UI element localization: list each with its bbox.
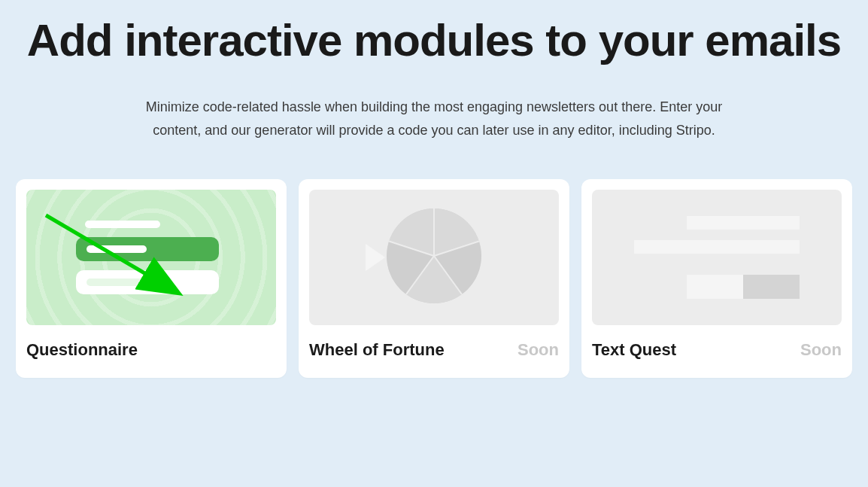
module-cards: Questionnaire	[15, 179, 853, 378]
card-questionnaire[interactable]: Questionnaire	[16, 179, 287, 378]
card-text-quest[interactable]: Text Quest Soon	[581, 179, 852, 378]
text-quest-preview-icon	[592, 190, 842, 325]
page-title: Add interactive modules to your emails	[15, 15, 853, 65]
questionnaire-preview-icon	[26, 190, 276, 325]
card-badge-wheel: Soon	[517, 340, 559, 360]
wheel-preview-icon	[309, 190, 559, 325]
card-badge-text-quest: Soon	[800, 340, 842, 360]
card-title-questionnaire: Questionnaire	[26, 340, 138, 360]
card-wheel-of-fortune[interactable]: Wheel of Fortune Soon	[299, 179, 569, 378]
page-subtitle: Minimize code-related hassle when buildi…	[126, 96, 742, 142]
card-title-text-quest: Text Quest	[592, 340, 676, 360]
card-title-wheel: Wheel of Fortune	[309, 340, 445, 360]
